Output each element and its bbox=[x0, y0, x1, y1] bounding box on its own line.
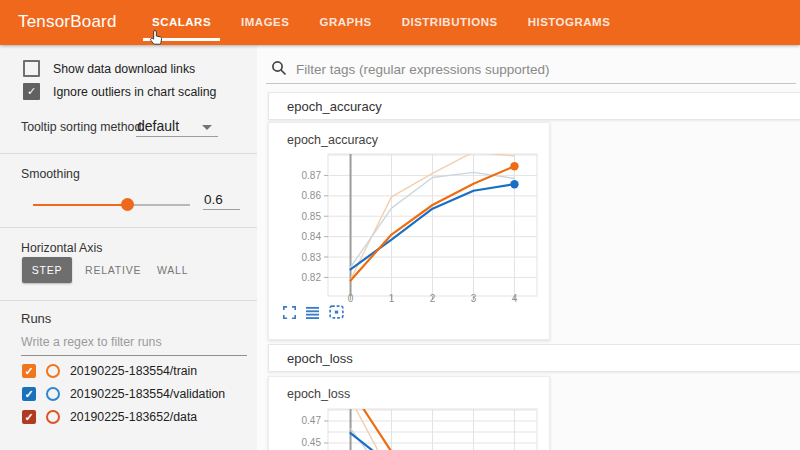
app-logo[interactable]: TensorBoard bbox=[18, 12, 117, 32]
cursor-pointer-icon bbox=[148, 29, 165, 46]
show-download-links-row: Show data download links bbox=[23, 60, 195, 77]
svg-text:0.87: 0.87 bbox=[302, 170, 322, 181]
axis-relative-button[interactable]: RELATIVE bbox=[85, 257, 141, 283]
run-checkbox[interactable]: ✓ bbox=[22, 410, 36, 424]
runs-filter-input[interactable] bbox=[21, 335, 247, 356]
epoch-accuracy-card: epoch_accuracy 0.870.860.850.840.830.820… bbox=[268, 122, 550, 340]
run-label: 20190225-183554/train bbox=[70, 364, 197, 378]
smoothing-slider[interactable] bbox=[33, 198, 190, 211]
ignore-outliers-row: ✓ Ignore outliers in chart scaling bbox=[23, 83, 216, 100]
slider-fill bbox=[33, 204, 127, 206]
svg-text:0.86: 0.86 bbox=[302, 190, 322, 201]
svg-text:0.82: 0.82 bbox=[302, 272, 322, 283]
tooltip-sorting-underline bbox=[136, 136, 218, 137]
main-pane: epoch_accuracy epoch_accuracy 0.870.860.… bbox=[257, 45, 800, 450]
chart-title: epoch_loss bbox=[287, 387, 350, 401]
expand-icon[interactable] bbox=[283, 306, 296, 319]
svg-text:4: 4 bbox=[512, 293, 518, 304]
svg-text:0.85: 0.85 bbox=[302, 211, 322, 222]
svg-text:3: 3 bbox=[471, 293, 477, 304]
axis-step-button[interactable]: STEP bbox=[22, 257, 72, 283]
tab-histograms[interactable]: HISTOGRAMS bbox=[528, 0, 611, 45]
smoothing-value-underline bbox=[203, 209, 240, 210]
chart-title: epoch_accuracy bbox=[287, 133, 378, 147]
horizontal-axis-label: Horizontal Axis bbox=[21, 241, 102, 255]
run-row: ✓ 20190225-183554/train bbox=[22, 364, 197, 378]
tab-images[interactable]: IMAGES bbox=[241, 0, 289, 45]
smoothing-value[interactable]: 0.6 bbox=[204, 192, 223, 207]
run-label: 20190225-183652/data bbox=[70, 410, 197, 424]
svg-text:0.84: 0.84 bbox=[302, 231, 322, 242]
run-checkbox[interactable]: ✓ bbox=[22, 364, 36, 378]
app-header: TensorBoard SCALARS IMAGES GRAPHS DISTRI… bbox=[0, 0, 800, 45]
svg-text:0.45: 0.45 bbox=[302, 437, 322, 448]
run-checkbox[interactable]: ✓ bbox=[22, 387, 36, 401]
smoothing-label: Smoothing bbox=[21, 167, 80, 181]
section-header-epoch-loss[interactable]: epoch_loss bbox=[268, 344, 800, 372]
svg-text:0.47: 0.47 bbox=[302, 415, 322, 426]
divider bbox=[0, 227, 257, 228]
section-title: epoch_loss bbox=[287, 351, 353, 366]
ignore-outliers-checkbox[interactable]: ✓ bbox=[23, 83, 40, 100]
epoch-loss-chart[interactable]: 0.470.45 bbox=[269, 403, 547, 450]
section-header-epoch-accuracy[interactable]: epoch_accuracy bbox=[268, 92, 800, 120]
run-label: 20190225-183554/validation bbox=[70, 387, 225, 401]
divider bbox=[0, 153, 257, 154]
svg-text:0.83: 0.83 bbox=[302, 252, 322, 263]
epoch-accuracy-chart[interactable]: 0.870.860.850.840.830.8201234 bbox=[269, 149, 547, 309]
tooltip-sorting-select[interactable]: default bbox=[137, 118, 179, 134]
axis-wall-button[interactable]: WALL bbox=[157, 257, 188, 283]
show-download-links-label: Show data download links bbox=[53, 62, 195, 76]
top-nav: SCALARS IMAGES GRAPHS DISTRIBUTIONS HIST… bbox=[152, 0, 610, 45]
tag-filter-input[interactable] bbox=[294, 57, 792, 81]
sidebar: Show data download links ✓ Ignore outlie… bbox=[0, 45, 258, 450]
tab-graphs[interactable]: GRAPHS bbox=[319, 0, 371, 45]
show-download-links-checkbox[interactable] bbox=[23, 60, 40, 77]
run-row: ✓ 20190225-183554/validation bbox=[22, 387, 225, 401]
run-row: ✓ 20190225-183652/data bbox=[22, 410, 197, 424]
svg-text:1: 1 bbox=[389, 293, 395, 304]
run-isolate-toggle-icon[interactable] bbox=[46, 387, 60, 401]
divider bbox=[0, 300, 257, 301]
svg-text:2: 2 bbox=[430, 293, 436, 304]
chevron-down-icon[interactable] bbox=[202, 125, 212, 130]
tab-distributions[interactable]: DISTRIBUTIONS bbox=[402, 0, 498, 45]
epoch-loss-card: epoch_loss 0.470.45 bbox=[268, 376, 550, 450]
stacked-lines-icon[interactable] bbox=[305, 306, 320, 319]
tag-filter-bar bbox=[266, 57, 796, 84]
card-toolbar bbox=[283, 305, 344, 319]
runs-label: Runs bbox=[21, 311, 51, 326]
fit-domain-icon[interactable] bbox=[329, 305, 344, 319]
search-icon bbox=[271, 60, 287, 76]
tooltip-sorting-label: Tooltip sorting method: bbox=[21, 120, 145, 134]
section-title: epoch_accuracy bbox=[287, 99, 382, 114]
run-isolate-toggle-icon[interactable] bbox=[46, 410, 60, 424]
ignore-outliers-label: Ignore outliers in chart scaling bbox=[53, 85, 216, 99]
slider-thumb[interactable] bbox=[121, 198, 134, 211]
tensorboard-app: TensorBoard SCALARS IMAGES GRAPHS DISTRI… bbox=[0, 0, 800, 450]
run-isolate-toggle-icon[interactable] bbox=[46, 364, 60, 378]
